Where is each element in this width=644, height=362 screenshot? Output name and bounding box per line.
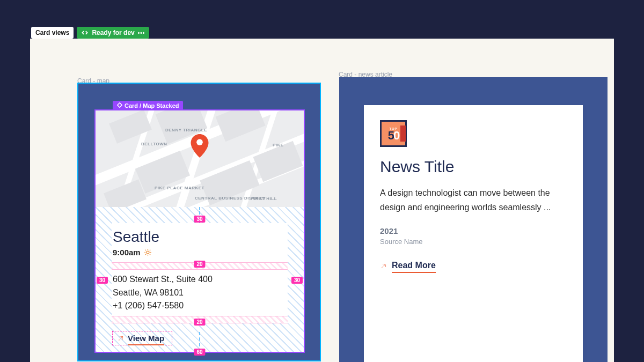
svg-line-11: [119, 337, 123, 341]
read-more-row: Read More: [380, 261, 567, 273]
news-year: 2021: [380, 226, 567, 235]
view-map-row: View Map: [117, 334, 164, 345]
phone: +1 (206) 547-5580: [113, 301, 288, 311]
city-title: Seattle: [113, 228, 288, 246]
arrow-up-right-icon: [117, 335, 125, 344]
map-area-label: PIKE PLACE MARKET: [155, 186, 204, 190]
news-title: News Title: [380, 158, 567, 176]
frame-card-map[interactable]: Card / Map Stacked DENNY TRIANGLE BELLTO…: [77, 83, 321, 361]
spacing-badge: 60: [194, 349, 205, 356]
chip-label: Card views: [35, 29, 69, 36]
news-badge: TOP 50: [380, 120, 407, 147]
ellipsis-icon: •••: [138, 30, 145, 36]
time-text: 9:00am: [113, 248, 141, 257]
map-image: DENNY TRIANGLE BELLTOWN PIKE PIKE PLACE …: [96, 110, 304, 207]
card-content: Seattle 9:00am 600 Stewart St., Suite 40…: [112, 223, 288, 323]
svg-line-8: [150, 254, 150, 255]
svg-point-1: [196, 139, 203, 145]
component-map-card[interactable]: Card / Map Stacked DENNY TRIANGLE BELLTO…: [96, 110, 304, 352]
sun-icon: [144, 248, 152, 256]
spacing-badge: 20: [194, 319, 205, 326]
map-area-label: BELLTOWN: [141, 142, 167, 146]
news-body: A design technologist can move between t…: [380, 186, 567, 215]
svg-rect-0: [118, 103, 122, 107]
spacing-badge: 30: [194, 216, 205, 223]
design-canvas[interactable]: Card - map Card - news article Card / Ma…: [30, 39, 614, 362]
chip-card-views[interactable]: Card views: [31, 27, 74, 39]
map-area-label: PIKE: [273, 143, 284, 147]
arrow-up-right-icon: [380, 262, 387, 272]
component-tag-label: Card / Map Stacked: [125, 102, 179, 109]
svg-line-10: [150, 250, 150, 250]
svg-line-9: [145, 254, 146, 255]
view-map-link[interactable]: View Map: [128, 334, 164, 345]
frame-card-news[interactable]: TOP 50 News Title A design technologist …: [339, 77, 608, 362]
diamond-icon: [117, 102, 122, 109]
read-more-link[interactable]: Read More: [392, 261, 436, 273]
svg-point-2: [147, 251, 149, 254]
spacing-badge: 30: [97, 277, 108, 284]
address-line1: 600 Stewart St., Suite 400: [113, 273, 288, 285]
map-area-label: DENNY TRIANGLE: [165, 128, 207, 132]
code-icon: [81, 29, 89, 36]
news-card: TOP 50 News Title A design technologist …: [364, 105, 583, 362]
svg-line-7: [145, 250, 146, 250]
component-selection-tag[interactable]: Card / Map Stacked: [113, 101, 183, 110]
time-row: 9:00am: [113, 248, 288, 257]
map-pin-icon: [191, 134, 209, 158]
badge-digit: 0: [393, 131, 399, 141]
map-area-label: FIRST HILL: [251, 196, 277, 201]
chip-status-label: Ready for dev: [92, 29, 134, 36]
chip-status[interactable]: Ready for dev •••: [77, 27, 149, 39]
spacing-badge: 20: [194, 261, 205, 268]
news-source: Source Name: [380, 238, 567, 246]
svg-line-12: [382, 264, 386, 268]
toolbar: Card views Ready for dev •••: [31, 27, 149, 39]
address-line2: Seattle, WA 98101: [113, 286, 288, 299]
spacing-badge: 30: [291, 277, 303, 284]
badge-digit: 5: [388, 131, 393, 141]
